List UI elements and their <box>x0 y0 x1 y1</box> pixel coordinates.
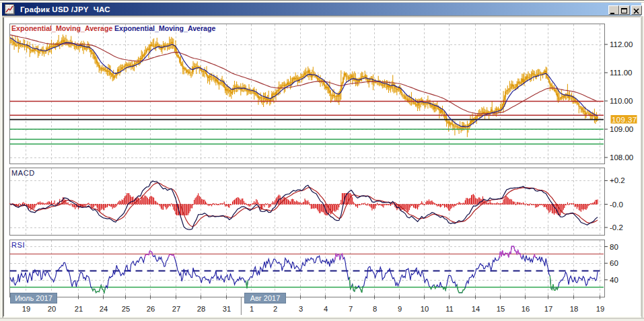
svg-text:4: 4 <box>324 305 328 313</box>
svg-text:17: 17 <box>544 305 552 313</box>
svg-text:111.00: 111.00 <box>610 69 632 77</box>
svg-text:MACD: MACD <box>11 169 35 177</box>
svg-text:24: 24 <box>100 305 108 313</box>
svg-text:25: 25 <box>122 305 130 313</box>
svg-text:19: 19 <box>596 305 604 313</box>
svg-text:Авг 2017: Авг 2017 <box>250 294 281 302</box>
svg-text:Exponential_Moving_Average: Exponential_Moving_Average <box>114 24 215 32</box>
svg-text:108.00: 108.00 <box>610 153 633 162</box>
svg-text:28: 28 <box>197 305 205 313</box>
svg-text:109.37: 109.37 <box>612 116 637 124</box>
svg-text:60: 60 <box>610 259 618 267</box>
svg-text:Июль 2017: Июль 2017 <box>15 294 52 302</box>
svg-text:16: 16 <box>522 305 530 313</box>
svg-text:109.00: 109.00 <box>610 125 633 133</box>
svg-text:112.00: 112.00 <box>610 40 633 48</box>
svg-text:7: 7 <box>349 305 353 313</box>
svg-text:RSI: RSI <box>11 241 25 249</box>
svg-text:18: 18 <box>570 305 578 313</box>
svg-text:31: 31 <box>223 305 231 313</box>
svg-text:11: 11 <box>445 305 454 313</box>
svg-text:+0.2: +0.2 <box>610 176 625 184</box>
svg-text:21: 21 <box>75 305 83 313</box>
svg-text:40: 40 <box>610 276 618 284</box>
svg-text:Exponential_Moving_Average: Exponential_Moving_Average <box>11 24 112 32</box>
svg-text:19: 19 <box>22 305 30 313</box>
svg-text:10: 10 <box>421 305 429 313</box>
svg-text:80: 80 <box>610 243 618 251</box>
svg-text:8: 8 <box>373 305 377 313</box>
svg-text:20: 20 <box>48 305 56 313</box>
svg-text:9: 9 <box>398 305 402 313</box>
svg-text:-0.2: -0.2 <box>610 223 623 231</box>
svg-text:15: 15 <box>497 305 505 313</box>
svg-text:26: 26 <box>147 305 155 313</box>
svg-text:14: 14 <box>472 305 480 313</box>
svg-text:110.00: 110.00 <box>610 97 633 105</box>
svg-text:-0.0: -0.0 <box>610 201 623 209</box>
svg-text:3: 3 <box>299 305 303 313</box>
svg-text:2: 2 <box>273 305 277 313</box>
svg-text:1: 1 <box>250 305 254 313</box>
svg-text:27: 27 <box>172 305 180 313</box>
